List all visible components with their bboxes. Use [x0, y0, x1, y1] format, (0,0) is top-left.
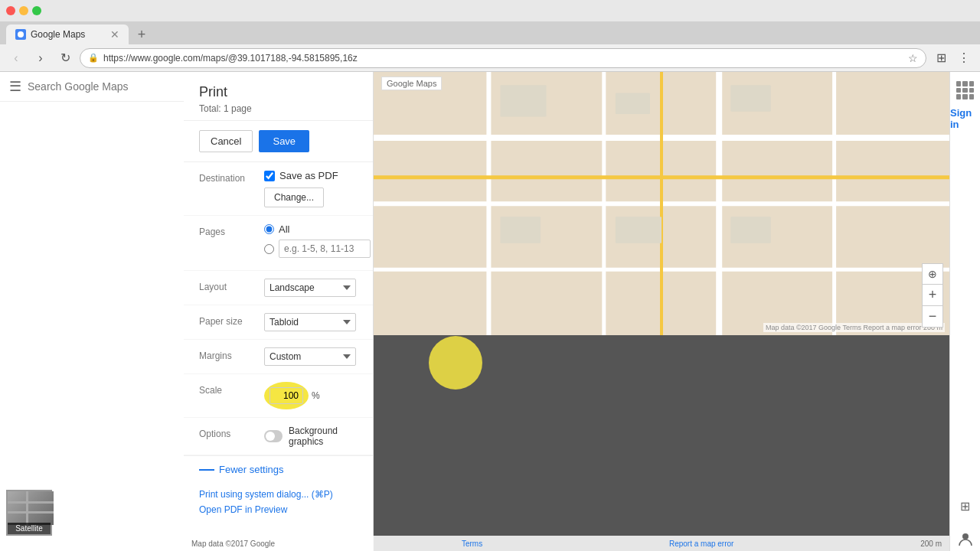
scale-control: % [264, 382, 358, 409]
background-graphics-toggle[interactable] [264, 430, 283, 442]
map-scale: 200 m [920, 540, 942, 548]
scale-input[interactable] [270, 387, 303, 404]
paper-size-label: Paper size [199, 313, 264, 327]
right-sidebar: Sign in ⊞ [949, 72, 980, 551]
svg-point-0 [18, 31, 24, 37]
left-panel: ☰ Satellite [0, 72, 184, 551]
svg-rect-72 [616, 93, 650, 115]
tab-bar: Google Maps ✕ + [0, 21, 980, 44]
all-pages-row: All [264, 223, 371, 235]
options-label: Options [199, 425, 264, 439]
scale-label: Scale [199, 382, 264, 396]
layout-select[interactable]: Landscape Portrait [264, 279, 356, 297]
address-text: https://www.google.com/maps/@39.1017188,… [103, 53, 903, 64]
maps-container: 2X 2X I-70 670 W 8th St Foremost Rd W 12… [0, 72, 980, 551]
tab-close-button[interactable]: ✕ [110, 28, 119, 41]
layout-label: Layout [199, 279, 264, 292]
dash-icon [199, 469, 214, 471]
background-graphics-label: Background graphics [289, 425, 358, 447]
paper-size-select[interactable]: Tabloid Letter Legal A3 A4 [264, 313, 356, 331]
close-button[interactable] [6, 6, 15, 15]
reload-button[interactable]: ↻ [55, 48, 75, 68]
svg-rect-73 [730, 85, 771, 111]
forward-button[interactable]: › [31, 48, 51, 68]
print-title: Print [199, 84, 358, 100]
search-input[interactable] [28, 80, 175, 93]
back-button[interactable]: ‹ [6, 48, 26, 68]
change-button[interactable]: Change... [264, 187, 324, 207]
system-print-link[interactable]: Print using system dialog... (⌘P) [199, 489, 358, 500]
system-print-section: Print using system dialog... (⌘P) Open P… [184, 483, 373, 526]
nav-bar: ‹ › ↻ 🔒 https://www.google.com/maps/@39.… [0, 44, 980, 72]
destination-control: Save as PDF Change... [264, 170, 358, 207]
margins-select[interactable]: Custom Default None Minimum [264, 347, 356, 366]
save-button[interactable]: Save [259, 130, 309, 152]
map-credit: Map data ©2017 Google Terms Report a map… [763, 323, 945, 332]
paper-size-row: Paper size Tabloid Letter Legal A3 A4 [184, 305, 373, 340]
zoom-in-button[interactable]: + [922, 285, 943, 306]
extensions-button[interactable]: ⊞ [931, 48, 951, 68]
fewer-settings-button[interactable]: Fewer settings [184, 455, 373, 483]
map-preview-inner: Google Maps Map data ©2017 Go [374, 72, 949, 335]
address-bar[interactable]: 🔒 https://www.google.com/maps/@39.101718… [80, 48, 926, 68]
lock-icon: 🔒 [88, 53, 99, 63]
map-thumbnail[interactable]: Satellite [6, 490, 52, 536]
browser-chrome: Google Maps ✕ + ‹ › ↻ 🔒 https://www.goog… [0, 0, 980, 72]
satellite-button[interactable]: Satellite [8, 523, 51, 534]
svg-rect-71 [500, 85, 546, 116]
custom-pages-radio[interactable] [264, 244, 274, 254]
tab-title: Google Maps [31, 29, 85, 40]
destination-label: Destination [199, 170, 264, 184]
sign-in-button[interactable]: Sign in [950, 103, 980, 135]
margins-row: Margins Custom Default None Minimum [184, 340, 373, 374]
pages-label: Pages [199, 223, 264, 237]
svg-rect-74 [500, 217, 541, 243]
map-preview-bottom [374, 335, 949, 551]
title-bar [0, 0, 980, 21]
print-dialog: Print Total: 1 page Cancel Save Destinat… [184, 72, 374, 551]
bookmark-icon[interactable]: ☆ [908, 52, 918, 64]
print-actions: Cancel Save [184, 121, 373, 162]
tab-favicon [15, 29, 26, 40]
new-tab-button[interactable]: + [132, 24, 152, 44]
print-header: Print Total: 1 page [184, 72, 373, 121]
svg-point-77 [962, 533, 969, 540]
map-terms[interactable]: Terms [462, 540, 482, 548]
map-preview-svg [374, 72, 949, 335]
layer-icon[interactable]: ⊞ [954, 494, 977, 517]
fullscreen-button[interactable] [32, 6, 41, 15]
menu-icon[interactable]: ☰ [9, 78, 21, 95]
map-preview-label: Google Maps [381, 77, 442, 90]
destination-row: Destination Save as PDF Change... [184, 162, 373, 216]
map-report[interactable]: Report a map error [669, 540, 733, 548]
open-pdf-link[interactable]: Open PDF in Preview [199, 504, 358, 515]
zoom-out-button[interactable]: − [922, 306, 943, 328]
pages-input[interactable] [279, 240, 371, 258]
scale-row: Scale % [184, 374, 373, 418]
active-tab[interactable]: Google Maps ✕ [6, 24, 129, 44]
margins-label: Margins [199, 347, 264, 361]
map-attribution: Map data ©2017 Google [191, 540, 275, 548]
svg-rect-76 [730, 217, 771, 243]
pdf-label: Save as PDF [279, 170, 338, 181]
pages-row: Pages All [184, 216, 373, 271]
background-graphics-toggle-row: Background graphics [264, 425, 358, 447]
print-subtitle: Total: 1 page [199, 103, 358, 114]
svg-rect-75 [616, 217, 662, 243]
nav-right-controls: ⊞ ⋮ [931, 48, 974, 68]
person-icon[interactable] [954, 528, 977, 551]
menu-button[interactable]: ⋮ [954, 48, 974, 68]
all-radio[interactable] [264, 224, 274, 234]
pages-control: All [264, 223, 371, 262]
layout-control: Landscape Portrait [264, 279, 358, 297]
options-row: Options Background graphics [184, 418, 373, 455]
grid-icon[interactable] [956, 81, 975, 99]
layout-row: Layout Landscape Portrait [184, 271, 373, 305]
cancel-button[interactable]: Cancel [199, 130, 253, 152]
map-zoom-out-button[interactable]: ⊕ [922, 263, 943, 285]
pdf-checkbox[interactable] [264, 171, 275, 181]
scale-percent: % [312, 390, 320, 401]
paper-size-control: Tabloid Letter Legal A3 A4 [264, 313, 358, 331]
minimize-button[interactable] [19, 6, 28, 15]
map-preview-panel: Google Maps Map data ©2017 Go [374, 72, 949, 551]
